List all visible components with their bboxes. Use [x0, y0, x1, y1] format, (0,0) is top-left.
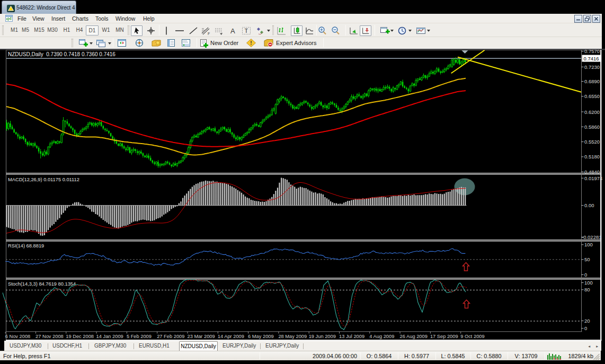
svg-text:4 Aug 2009: 4 Aug 2009: [369, 334, 394, 339]
svg-text:0.00: 0.00: [584, 202, 594, 208]
svg-text:27 Nov 2008: 27 Nov 2008: [35, 334, 64, 339]
svg-text:0.7416: 0.7416: [584, 56, 599, 61]
svg-text:MACD(12,26,9) 0.01175 0.01112: MACD(12,26,9) 0.01175 0.01112: [8, 177, 79, 182]
svg-text:19 Dec 2008: 19 Dec 2008: [66, 334, 94, 339]
svg-text:0.6200: 0.6200: [584, 109, 600, 115]
svg-text:0.5180: 0.5180: [584, 154, 600, 159]
svg-text:19 Jun 2009: 19 Jun 2009: [309, 334, 336, 339]
svg-text:F: F: [208, 32, 210, 35]
svg-text:0.7230: 0.7230: [584, 64, 600, 70]
svg-text:!: !: [250, 40, 252, 46]
svg-text:6 May 2009: 6 May 2009: [248, 334, 274, 339]
svg-text:17 Sep 2009: 17 Sep 2009: [430, 334, 458, 339]
svg-text:0.6550: 0.6550: [584, 93, 600, 99]
svg-text:Stoch(14,3,3) 84.7619 80.1354: Stoch(14,3,3) 84.7619 80.1354: [8, 281, 76, 287]
svg-text:5 Feb 2009: 5 Feb 2009: [127, 334, 152, 339]
svg-text:0: 0: [584, 272, 587, 278]
svg-text:0.5860: 0.5860: [584, 124, 600, 130]
svg-text:NZDUSD,Daily 0.7390 0.7418 0.: NZDUSD,Daily 0.7390 0.7418 0.7360 0.7416: [8, 51, 115, 57]
svg-text:0: 0: [584, 325, 587, 331]
svg-text:T: T: [245, 28, 248, 34]
svg-text:13 Jul 2009: 13 Jul 2009: [339, 334, 364, 339]
svg-text:A: A: [230, 27, 235, 35]
svg-text:80: 80: [584, 287, 590, 292]
svg-text:0.6890: 0.6890: [584, 78, 600, 84]
svg-text:RSI(14) 68.8819: RSI(14) 68.8819: [8, 243, 44, 248]
svg-text:14 Jan 2009: 14 Jan 2009: [96, 334, 123, 339]
svg-text:0.7570: 0.7570: [584, 49, 600, 54]
svg-text:0.5520: 0.5520: [584, 139, 600, 145]
svg-text:6 Nov 2008: 6 Nov 2008: [5, 334, 31, 339]
svg-text:100: 100: [584, 242, 593, 247]
svg-text:9 Oct 2009: 9 Oct 2009: [460, 334, 484, 339]
svg-text:20: 20: [584, 318, 590, 324]
svg-text:26 Aug 2009: 26 Aug 2009: [400, 334, 428, 339]
svg-text:0.01974: 0.01974: [584, 175, 602, 181]
svg-text:28 May 2009: 28 May 2009: [278, 334, 307, 339]
svg-text:23 Mar 2009: 23 Mar 2009: [188, 334, 215, 339]
svg-text:-0.02281: -0.02281: [582, 234, 602, 240]
svg-text:27 Feb 2009: 27 Feb 2009: [157, 334, 184, 339]
svg-text:14 Apr 2009: 14 Apr 2009: [218, 334, 244, 339]
svg-text:50: 50: [584, 256, 590, 262]
svg-text:0.4840: 0.4840: [584, 169, 600, 175]
svg-text:100: 100: [584, 280, 593, 286]
